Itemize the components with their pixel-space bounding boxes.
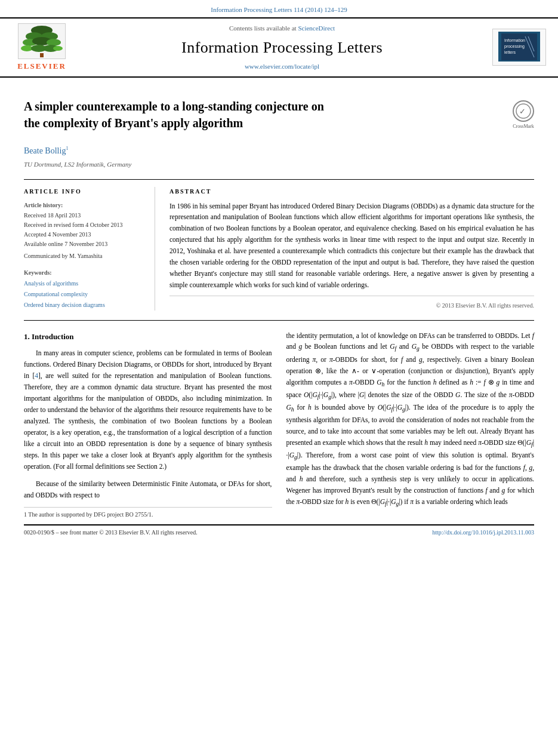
svg-text:processing: processing (504, 44, 525, 49)
body-left-column: 1. Introduction In many areas in compute… (24, 330, 272, 520)
svg-text:✓: ✓ (519, 107, 526, 116)
article-info-label: ARTICLE INFO (24, 187, 145, 196)
journal-ref-text: Information Processing Letters 114 (2014… (211, 6, 347, 13)
crossmark-badge[interactable]: ✓ CrossMark (513, 100, 534, 130)
intro-paragraph-1: In many areas in computer science, probl… (24, 348, 272, 472)
journal-title: Information Processing Letters (81, 36, 483, 59)
sciencedirect-link[interactable]: ScienceDirect (298, 24, 335, 32)
right-paragraph-1: the identity permutation, a lot of knowl… (286, 330, 535, 509)
page: Information Processing Letters 114 (2014… (0, 0, 558, 756)
author-name: Beate Bollig1 (24, 145, 534, 157)
page-footer: 0020-0190/$ – see front matter © 2013 El… (24, 524, 534, 537)
elsevier-wordmark: ELSEVIER (17, 60, 66, 72)
keywords-label: Keywords: (24, 268, 145, 277)
crossmark-label: CrossMark (513, 123, 534, 130)
section1-heading: 1. Introduction (24, 330, 272, 343)
author-affiliation: TU Dortmund, LS2 Informatik, Germany (24, 159, 534, 170)
svg-text:Information: Information (504, 38, 525, 42)
keyword-2[interactable]: Computational complexity (24, 289, 145, 300)
svg-rect-10 (40, 53, 44, 57)
keyword-3[interactable]: Ordered binary decision diagrams (24, 300, 145, 311)
journal-header: ELSEVIER Contents lists available at Sci… (0, 17, 558, 78)
contents-text: Contents lists available at (229, 24, 297, 32)
article-dates: Received 18 April 2013 Received in revis… (24, 211, 145, 261)
journal-url: www.elsevier.com/locate/ipl (81, 62, 483, 72)
abstract-column: ABSTRACT In 1986 in his seminal paper Br… (169, 187, 534, 311)
elsevier-tree-icon (18, 23, 66, 59)
contents-available-line: Contents lists available at ScienceDirec… (81, 23, 483, 33)
history-label: Article history: (24, 201, 145, 210)
article-info-abstract: ARTICLE INFO Article history: Received 1… (24, 179, 534, 311)
footnote-1: 1 The author is supported by DFG project… (24, 510, 272, 520)
journal-reference: Information Processing Letters 114 (2014… (0, 0, 558, 17)
footer-issn: 0020-0190/$ – see front matter © 2013 El… (24, 528, 198, 537)
abstract-text: In 1986 in his seminal paper Bryant has … (169, 201, 534, 291)
footer-doi[interactable]: http://dx.doi.org/10.1016/j.ipl.2013.11.… (432, 528, 534, 537)
copyright-line: © 2013 Elsevier B.V. All rights reserved… (169, 296, 534, 310)
main-content: A simpler counterexample to a long-stand… (0, 78, 558, 549)
svg-text:letters: letters (504, 50, 516, 54)
abstract-label: ABSTRACT (169, 187, 534, 196)
journal-header-center: Contents lists available at ScienceDirec… (81, 23, 483, 71)
footnote-area: 1 The author is supported by DFG project… (24, 507, 272, 520)
elsevier-logo: ELSEVIER (12, 23, 72, 72)
ipl-icon-graphic: Information processing letters (498, 32, 540, 62)
title-row: A simpler counterexample to a long-stand… (24, 98, 534, 139)
article-title: A simpler counterexample to a long-stand… (24, 98, 430, 131)
article-info-column: ARTICLE INFO Article history: Received 1… (24, 187, 155, 311)
intro-paragraph-2: Because of the similarity between Determ… (24, 478, 272, 501)
svg-point-5 (47, 39, 61, 46)
keyword-1[interactable]: Analysis of algorithms (24, 278, 145, 289)
crossmark-icon: ✓ (513, 100, 534, 122)
body-right-column: the identity permutation, a lot of knowl… (286, 330, 535, 520)
svg-point-9 (53, 46, 63, 51)
ipl-logo: Information processing letters (492, 29, 546, 66)
body-section: 1. Introduction In many areas in compute… (24, 320, 534, 520)
